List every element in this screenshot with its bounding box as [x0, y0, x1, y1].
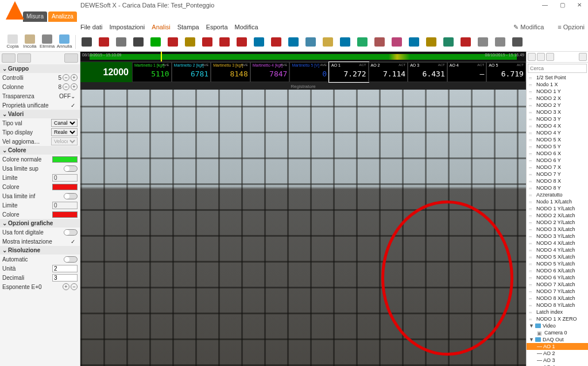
channel-item[interactable]: ⎓Nodo 1 X/Latch [527, 198, 588, 205]
channel-item[interactable]: ⎓NODO 4 Y [527, 129, 588, 136]
group-colore-header[interactable]: ⌄Colore [0, 146, 80, 155]
widget-button-4[interactable] [148, 34, 164, 50]
widget-button-22[interactable] [458, 34, 474, 50]
channel-item-ao[interactable]: — AO 1 [527, 343, 588, 350]
channel-item[interactable]: ⎓NODO 2 Y/Latch [527, 219, 588, 226]
decrement-icon[interactable]: − [63, 83, 69, 90]
channel-item[interactable]: ⎓NODO 3 X [527, 109, 588, 115]
readout-cell-7[interactable]: AO 3ACT6.431 [408, 62, 447, 82]
widget-button-17[interactable] [372, 34, 388, 50]
widget-button-1[interactable] [96, 34, 112, 50]
increment-icon[interactable]: + [63, 283, 69, 290]
group-opzgraf-header[interactable]: ⌄Opzioni grafiche [0, 219, 80, 228]
top-right-edit-button[interactable]: ✎Modifica [510, 24, 547, 31]
channel-item[interactable]: ⎓NODO 4 X [527, 122, 588, 129]
increment-icon[interactable]: + [71, 74, 78, 81]
top-right-options-button[interactable]: ≡Opzioni [554, 24, 588, 30]
channel-item[interactable]: ⎓NODO 3 Y/Latch [527, 233, 588, 240]
channel-item[interactable]: ⎓NODO 8 Y/Latch [527, 302, 588, 309]
decimali-input[interactable] [52, 274, 78, 282]
toggle-limit-sup[interactable] [64, 165, 78, 172]
widget-button-11[interactable] [268, 34, 284, 50]
timeline[interactable]: 08/10/2015 - 15.10.09 08/10/2015 - 15.16… [80, 52, 526, 62]
channel-item[interactable]: ⎓NODO 7 X [527, 164, 588, 171]
channel-item[interactable]: ⎓NODO 5 Y/Latch [527, 260, 588, 267]
channel-item[interactable]: ⎓Nodo 1 X [527, 81, 588, 88]
menu-file[interactable]: File dati [80, 24, 103, 30]
widget-button-18[interactable] [389, 34, 405, 50]
channel-item[interactable]: ⎓NODO 6 Y/Latch [527, 274, 588, 281]
chevron-down-icon[interactable]: ⌄ [71, 93, 78, 99]
properties-tab-2[interactable] [17, 53, 31, 63]
expand-icon[interactable] [579, 53, 587, 61]
tool-undo[interactable]: Annulla [56, 34, 72, 50]
readout-cell-0[interactable]: Martinetto 1 [kgf]AVE5110 [132, 62, 172, 82]
widget-button-3[interactable] [130, 34, 146, 50]
widget-button-15[interactable] [337, 34, 353, 50]
channel-item[interactable]: ⎓NODO 4 Y/Latch [527, 246, 588, 253]
checkmark-icon[interactable]: ✓ [71, 238, 78, 245]
widget-button-25[interactable] [509, 34, 525, 50]
channel-item[interactable]: ⎓NODO 3 X/Latch [527, 226, 588, 233]
channel-item[interactable]: ▣Camera 0 [527, 329, 588, 336]
widget-button-21[interactable] [440, 34, 457, 50]
group-gruppo-header[interactable]: ⌄Gruppo [0, 64, 80, 73]
decrement-icon[interactable]: − [63, 74, 69, 81]
toggle-limit-inf[interactable] [64, 193, 78, 199]
properties-tab-1[interactable] [2, 53, 16, 63]
maximize-button[interactable]: ▢ [554, 0, 571, 10]
channel-item[interactable]: ⎓NODO 5 X [527, 136, 588, 143]
checkmark-icon[interactable]: ✓ [71, 102, 78, 109]
channel-item-ao[interactable]: — AO 3 [527, 357, 588, 364]
increment-icon[interactable]: + [71, 83, 78, 90]
channel-item[interactable]: ⎓NODO 8 Y [527, 184, 588, 191]
decrement-icon[interactable]: − [71, 283, 78, 290]
channel-item[interactable]: ⎓Latch index [527, 309, 588, 315]
mode-tab-analyze[interactable]: Analizza [48, 11, 77, 22]
color-swatch-sup[interactable] [52, 184, 78, 190]
widget-button-12[interactable] [285, 34, 301, 50]
readout-cell-3[interactable]: Martinetto 4 [kgf]AVE7847 [250, 62, 290, 82]
menu-export[interactable]: Esporta [206, 24, 228, 30]
recorder-bar[interactable]: Registratore [80, 83, 526, 90]
channel-item[interactable]: ⎓NODO 7 Y [527, 171, 588, 178]
menu-analysis[interactable]: Analisi [152, 24, 170, 30]
channel-item-ao[interactable]: — AO 4 [527, 364, 588, 366]
widget-button-6[interactable] [182, 34, 198, 50]
group-risoluzione-header[interactable]: ⌄Risoluzione [0, 246, 80, 255]
readout-cell-5[interactable]: AO 1ACT7.272 [329, 62, 369, 82]
channel-item-ao[interactable]: — AO 2 [527, 350, 588, 357]
channel-item[interactable]: ⎓NODO 7 X/Latch [527, 281, 588, 288]
channel-item[interactable]: ⎓NODO 6 X/Latch [527, 267, 588, 274]
channel-item[interactable]: ⎓NODO 2 Y [527, 102, 588, 109]
toggle-automatic[interactable] [64, 256, 78, 263]
tipodisplay-select[interactable]: Reale [51, 128, 78, 136]
widget-button-23[interactable] [475, 34, 491, 50]
channel-item[interactable]: ⎓NODO 5 X/Latch [527, 253, 588, 260]
close-button[interactable]: ✕ [571, 0, 588, 10]
menu-settings[interactable]: Impostazioni [110, 24, 145, 30]
readout-cell-6[interactable]: AO 2ACT7.114 [369, 62, 408, 82]
channel-item[interactable]: ⎓NODO 1 Y [527, 88, 588, 95]
channel-search-input[interactable] [528, 64, 587, 73]
channel-item[interactable]: ⎓NODO 5 Y [527, 143, 588, 150]
channel-item[interactable]: ⎓NODO 8 X/Latch [527, 295, 588, 302]
channel-group-video[interactable]: ▼Video [527, 322, 588, 329]
menu-print[interactable]: Stampa [177, 24, 199, 30]
group-valori-header[interactable]: ⌄Valori [0, 110, 80, 118]
widget-button-24[interactable] [492, 34, 508, 50]
grid-icon[interactable] [528, 53, 536, 61]
widget-button-19[interactable] [406, 34, 422, 50]
menu-edit[interactable]: Modifica [235, 24, 258, 30]
readout-cell-8[interactable]: AO 4ACT— [447, 62, 487, 82]
channel-item[interactable]: ⎓NODO 8 X [527, 178, 588, 184]
widget-button-9[interactable] [234, 34, 250, 50]
readout-cell-1[interactable]: Martinetto 2 [kgf]AVE6781 [172, 62, 211, 82]
channel-item[interactable]: ⎓Azzeratutto [527, 191, 588, 198]
channel-item[interactable]: ⎓NODO 2 X/Latch [527, 212, 588, 219]
minimize-button[interactable]: — [536, 0, 554, 10]
readout-cell-4[interactable]: Martinetto 5 [V]AVE0 [289, 62, 329, 82]
tipoval-select[interactable]: Canale [51, 119, 78, 127]
widget-button-7[interactable] [199, 34, 215, 50]
tool-copy[interactable]: Copia [5, 34, 21, 50]
